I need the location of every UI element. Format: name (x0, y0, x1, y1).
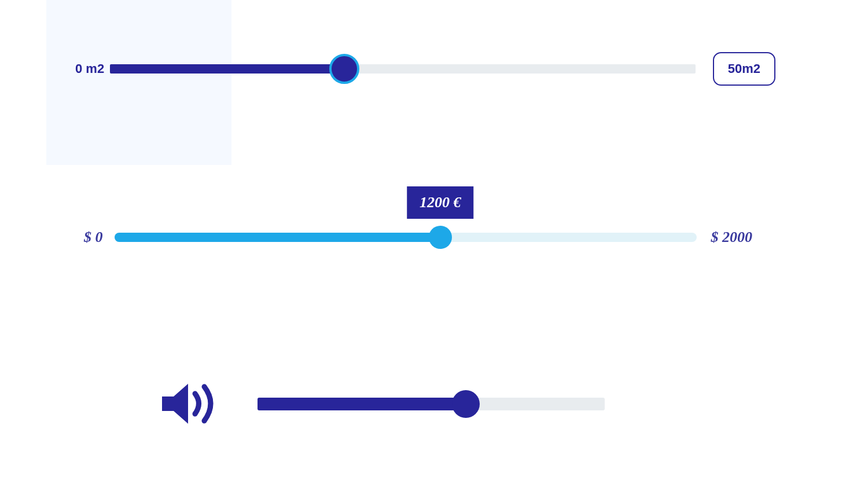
volume-slider-thumb[interactable] (452, 390, 480, 418)
volume-icon (159, 376, 223, 431)
area-slider-track[interactable] (110, 64, 696, 74)
area-slider-thumb[interactable] (329, 54, 359, 84)
price-slider-track[interactable]: 1200 € (115, 233, 697, 242)
volume-slider-fill (258, 398, 466, 410)
price-max-label: $ 2000 (711, 229, 753, 246)
price-slider-thumb[interactable] (429, 226, 452, 249)
price-slider: $ 0 1200 € $ 2000 (84, 229, 752, 246)
area-max-label: 50m2 (728, 61, 760, 76)
price-tooltip: 1200 € (407, 186, 474, 219)
volume-slider-track[interactable] (258, 398, 605, 410)
price-slider-fill (115, 233, 440, 242)
area-slider: 0 m2 50m2 (75, 52, 775, 86)
price-min-label: $ 0 (84, 229, 103, 246)
area-slider-fill (110, 64, 344, 74)
area-min-label: 0 m2 (75, 61, 104, 76)
price-tooltip-label: 1200 € (420, 194, 461, 211)
volume-slider (159, 376, 605, 431)
area-max-box[interactable]: 50m2 (713, 52, 775, 86)
